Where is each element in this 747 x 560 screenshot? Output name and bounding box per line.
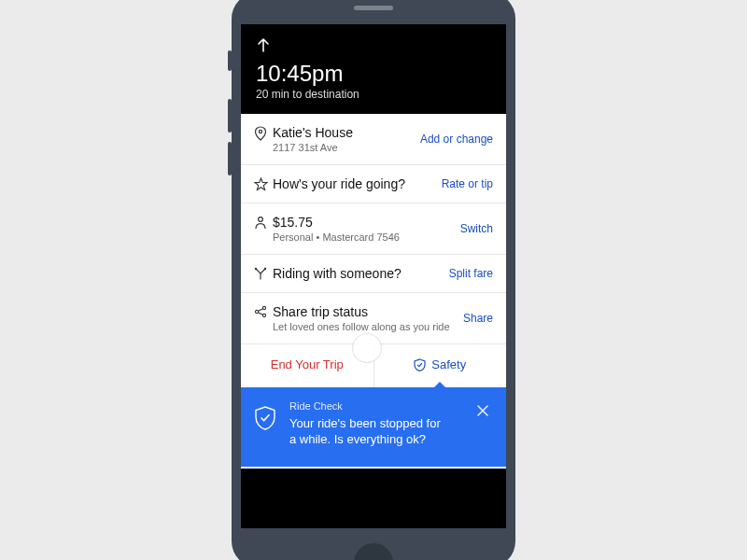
trip-card: Katie's House 2117 31st Ave Add or chang… <box>241 114 506 343</box>
phone-side-button <box>228 50 232 71</box>
phone-side-button <box>228 99 232 133</box>
destination-name: Katie's House <box>273 125 413 140</box>
end-trip-label: End Your Trip <box>271 357 344 371</box>
svg-point-2 <box>255 268 257 270</box>
payment-row[interactable]: $15.75 Personal • Mastercard 7546 Switch <box>241 203 506 255</box>
svg-point-4 <box>255 311 258 314</box>
share-link[interactable]: Share <box>456 312 493 325</box>
safety-button[interactable]: Safety <box>374 343 507 387</box>
rating-title: How's your ride going? <box>273 176 434 191</box>
ride-check-banner[interactable]: Ride Check Your ride's been stopped for … <box>241 387 506 467</box>
destination-address: 2117 31st Ave <box>273 142 413 153</box>
share-status-subtitle: Let loved ones follow along as you ride <box>273 321 456 332</box>
split-fare-title: Riding with someone? <box>273 266 442 281</box>
svg-point-1 <box>259 217 263 222</box>
change-destination-link[interactable]: Add or change <box>413 133 493 146</box>
split-icon <box>254 266 273 280</box>
switch-payment-link[interactable]: Switch <box>453 222 493 235</box>
phone-frame: 10:45pm 20 min to destination Katie's Ho… <box>232 0 515 560</box>
star-icon <box>254 176 273 191</box>
ride-check-message: Your ride's been stopped for a while. Is… <box>289 415 448 448</box>
shield-icon <box>414 358 426 371</box>
end-trip-button[interactable]: End Your Trip <box>241 343 374 387</box>
phone-home-button <box>354 543 393 560</box>
svg-point-6 <box>262 315 265 317</box>
trip-header: 10:45pm 20 min to destination <box>241 24 506 114</box>
svg-point-5 <box>262 307 265 310</box>
svg-point-0 <box>259 131 261 133</box>
fare-amount: $15.75 <box>273 215 453 230</box>
person-icon <box>254 215 273 230</box>
split-fare-link[interactable]: Split fare <box>442 267 493 280</box>
eta-time: 10:45pm <box>256 62 491 86</box>
map-peek <box>241 467 506 483</box>
split-fare-row[interactable]: Riding with someone? Split fare <box>241 255 506 293</box>
share-status-row[interactable]: Share trip status Let loved ones follow … <box>241 293 506 343</box>
caret-up-icon <box>433 382 446 388</box>
back-up-icon[interactable] <box>256 37 491 52</box>
ride-check-title: Ride Check <box>289 400 465 412</box>
destination-row[interactable]: Katie's House 2117 31st Ave Add or chang… <box>241 114 506 165</box>
rate-or-tip-link[interactable]: Rate or tip <box>434 177 493 190</box>
shield-check-icon <box>254 400 278 430</box>
close-banner-button[interactable] <box>476 400 493 417</box>
safety-label: Safety <box>431 357 466 371</box>
pin-icon <box>254 125 273 141</box>
app-screen: 10:45pm 20 min to destination Katie's Ho… <box>241 24 506 528</box>
payment-method: Personal • Mastercard 7546 <box>273 231 453 243</box>
phone-speaker <box>354 6 393 10</box>
share-icon <box>254 304 273 318</box>
eta-subtitle: 20 min to destination <box>256 88 491 101</box>
phone-side-button <box>228 142 232 175</box>
bottom-button-row: End Your Trip Safety <box>241 343 506 387</box>
rating-row[interactable]: How's your ride going? Rate or tip <box>241 165 506 203</box>
share-status-title: Share trip status <box>273 304 456 319</box>
svg-point-3 <box>264 268 266 270</box>
